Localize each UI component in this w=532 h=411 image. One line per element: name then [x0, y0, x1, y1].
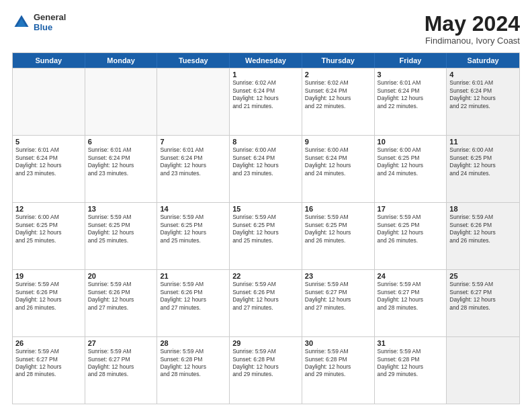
calendar-cell-29: 29Sunrise: 5:59 AM Sunset: 6:28 PM Dayli…	[230, 337, 302, 404]
day-info: Sunrise: 5:59 AM Sunset: 6:27 PM Dayligh…	[449, 281, 517, 312]
day-number: 17	[378, 205, 444, 213]
calendar-header-monday: Monday	[85, 53, 158, 68]
calendar-header-friday: Friday	[375, 53, 447, 68]
day-info: Sunrise: 6:00 AM Sunset: 6:25 PM Dayligh…	[449, 146, 517, 177]
calendar-cell-3: 3Sunrise: 6:01 AM Sunset: 6:24 PM Daylig…	[375, 68, 447, 135]
day-info: Sunrise: 5:59 AM Sunset: 6:25 PM Dayligh…	[88, 214, 154, 244]
day-info: Sunrise: 6:00 AM Sunset: 6:24 PM Dayligh…	[232, 146, 299, 177]
day-info: Sunrise: 5:59 AM Sunset: 6:26 PM Dayligh…	[88, 281, 154, 312]
day-info: Sunrise: 6:00 AM Sunset: 6:25 PM Dayligh…	[15, 214, 82, 244]
day-number: 23	[305, 272, 371, 280]
day-number: 2	[305, 71, 371, 79]
day-info: Sunrise: 6:01 AM Sunset: 6:24 PM Dayligh…	[378, 79, 444, 110]
day-number: 10	[378, 138, 444, 146]
calendar-cell-empty-0-0	[13, 68, 85, 135]
day-number: 20	[88, 272, 154, 280]
day-number: 22	[232, 272, 299, 280]
day-info: Sunrise: 5:59 AM Sunset: 6:28 PM Dayligh…	[160, 348, 226, 379]
day-number: 14	[160, 205, 226, 213]
calendar-cell-21: 21Sunrise: 5:59 AM Sunset: 6:26 PM Dayli…	[157, 270, 230, 336]
day-info: Sunrise: 5:59 AM Sunset: 6:26 PM Dayligh…	[232, 281, 299, 312]
calendar-cell-empty-4-6	[447, 337, 519, 404]
calendar-cell-6: 6Sunrise: 6:01 AM Sunset: 6:24 PM Daylig…	[85, 136, 158, 202]
logo-icon	[12, 13, 31, 32]
calendar-cell-31: 31Sunrise: 5:59 AM Sunset: 6:28 PM Dayli…	[375, 337, 447, 404]
day-number: 7	[160, 138, 226, 146]
day-number: 8	[232, 138, 299, 146]
day-number: 5	[15, 138, 82, 146]
calendar-cell-23: 23Sunrise: 5:59 AM Sunset: 6:27 PM Dayli…	[302, 270, 375, 336]
day-info: Sunrise: 6:01 AM Sunset: 6:24 PM Dayligh…	[15, 146, 82, 177]
calendar-cell-16: 16Sunrise: 5:59 AM Sunset: 6:25 PM Dayli…	[302, 203, 375, 269]
calendar-header-sunday: Sunday	[13, 53, 85, 68]
day-number: 15	[232, 205, 299, 213]
logo-general-text: General	[34, 12, 66, 22]
day-info: Sunrise: 6:01 AM Sunset: 6:24 PM Dayligh…	[160, 146, 226, 177]
day-number: 12	[15, 205, 82, 213]
calendar-cell-15: 15Sunrise: 5:59 AM Sunset: 6:25 PM Dayli…	[230, 203, 302, 269]
calendar: SundayMondayTuesdayWednesdayThursdayFrid…	[12, 52, 520, 404]
day-number: 16	[305, 205, 371, 213]
calendar-cell-5: 5Sunrise: 6:01 AM Sunset: 6:24 PM Daylig…	[13, 136, 85, 202]
calendar-cell-9: 9Sunrise: 6:00 AM Sunset: 6:24 PM Daylig…	[302, 136, 375, 202]
day-info: Sunrise: 6:02 AM Sunset: 6:24 PM Dayligh…	[232, 79, 299, 110]
logo-text: General Blue	[34, 12, 66, 32]
day-number: 21	[160, 272, 226, 280]
day-number: 11	[449, 138, 517, 146]
title-block: May 2024 Findimanou, Ivory Coast	[425, 12, 520, 46]
calendar-cell-8: 8Sunrise: 6:00 AM Sunset: 6:24 PM Daylig…	[230, 136, 302, 202]
calendar-cell-13: 13Sunrise: 5:59 AM Sunset: 6:25 PM Dayli…	[85, 203, 158, 269]
calendar-week-4: 19Sunrise: 5:59 AM Sunset: 6:26 PM Dayli…	[13, 269, 519, 336]
day-number: 31	[378, 339, 444, 347]
page: General Blue May 2024 Findimanou, Ivory …	[0, 0, 532, 411]
calendar-week-5: 26Sunrise: 5:59 AM Sunset: 6:27 PM Dayli…	[13, 336, 519, 404]
day-info: Sunrise: 5:59 AM Sunset: 6:28 PM Dayligh…	[378, 348, 444, 379]
calendar-cell-18: 18Sunrise: 5:59 AM Sunset: 6:26 PM Dayli…	[447, 203, 519, 269]
day-info: Sunrise: 5:59 AM Sunset: 6:25 PM Dayligh…	[160, 214, 226, 244]
calendar-cell-25: 25Sunrise: 5:59 AM Sunset: 6:27 PM Dayli…	[447, 270, 519, 336]
day-number: 18	[449, 205, 517, 213]
calendar-week-3: 12Sunrise: 6:00 AM Sunset: 6:25 PM Dayli…	[13, 202, 519, 269]
day-info: Sunrise: 5:59 AM Sunset: 6:27 PM Dayligh…	[88, 348, 154, 379]
day-number: 25	[449, 272, 517, 280]
day-number: 29	[232, 339, 299, 347]
calendar-cell-empty-0-2	[157, 68, 230, 135]
day-info: Sunrise: 5:59 AM Sunset: 6:25 PM Dayligh…	[378, 214, 444, 244]
calendar-cell-14: 14Sunrise: 5:59 AM Sunset: 6:25 PM Dayli…	[157, 203, 230, 269]
day-info: Sunrise: 5:59 AM Sunset: 6:27 PM Dayligh…	[15, 348, 82, 379]
calendar-cell-28: 28Sunrise: 5:59 AM Sunset: 6:28 PM Dayli…	[157, 337, 230, 404]
day-info: Sunrise: 6:02 AM Sunset: 6:24 PM Dayligh…	[305, 79, 371, 110]
day-info: Sunrise: 5:59 AM Sunset: 6:26 PM Dayligh…	[15, 281, 82, 312]
day-info: Sunrise: 6:01 AM Sunset: 6:24 PM Dayligh…	[88, 146, 154, 177]
day-number: 4	[449, 71, 517, 79]
day-info: Sunrise: 6:00 AM Sunset: 6:24 PM Dayligh…	[305, 146, 371, 177]
logo-blue-text: Blue	[34, 22, 66, 32]
day-number: 24	[378, 272, 444, 280]
calendar-cell-12: 12Sunrise: 6:00 AM Sunset: 6:25 PM Dayli…	[13, 203, 85, 269]
day-number: 26	[15, 339, 82, 347]
day-number: 9	[305, 138, 371, 146]
logo: General Blue	[12, 12, 66, 32]
calendar-cell-17: 17Sunrise: 5:59 AM Sunset: 6:25 PM Dayli…	[375, 203, 447, 269]
day-number: 3	[378, 71, 444, 79]
calendar-cell-4: 4Sunrise: 6:01 AM Sunset: 6:24 PM Daylig…	[447, 68, 519, 135]
calendar-cell-11: 11Sunrise: 6:00 AM Sunset: 6:25 PM Dayli…	[447, 136, 519, 202]
calendar-header-tuesday: Tuesday	[157, 53, 230, 68]
calendar-cell-19: 19Sunrise: 5:59 AM Sunset: 6:26 PM Dayli…	[13, 270, 85, 336]
calendar-body: 1Sunrise: 6:02 AM Sunset: 6:24 PM Daylig…	[13, 68, 519, 404]
calendar-week-2: 5Sunrise: 6:01 AM Sunset: 6:24 PM Daylig…	[13, 135, 519, 202]
calendar-week-1: 1Sunrise: 6:02 AM Sunset: 6:24 PM Daylig…	[13, 68, 519, 135]
calendar-header-wednesday: Wednesday	[230, 53, 302, 68]
calendar-cell-2: 2Sunrise: 6:02 AM Sunset: 6:24 PM Daylig…	[302, 68, 375, 135]
day-info: Sunrise: 5:59 AM Sunset: 6:28 PM Dayligh…	[305, 348, 371, 379]
calendar-cell-1: 1Sunrise: 6:02 AM Sunset: 6:24 PM Daylig…	[230, 68, 302, 135]
calendar-header-thursday: Thursday	[302, 53, 375, 68]
day-number: 13	[88, 205, 154, 213]
month-title: May 2024	[425, 12, 520, 36]
day-info: Sunrise: 5:59 AM Sunset: 6:25 PM Dayligh…	[305, 214, 371, 244]
day-number: 19	[15, 272, 82, 280]
calendar-cell-30: 30Sunrise: 5:59 AM Sunset: 6:28 PM Dayli…	[302, 337, 375, 404]
calendar-cell-10: 10Sunrise: 6:00 AM Sunset: 6:25 PM Dayli…	[375, 136, 447, 202]
calendar-cell-27: 27Sunrise: 5:59 AM Sunset: 6:27 PM Dayli…	[85, 337, 158, 404]
header: General Blue May 2024 Findimanou, Ivory …	[12, 12, 520, 46]
